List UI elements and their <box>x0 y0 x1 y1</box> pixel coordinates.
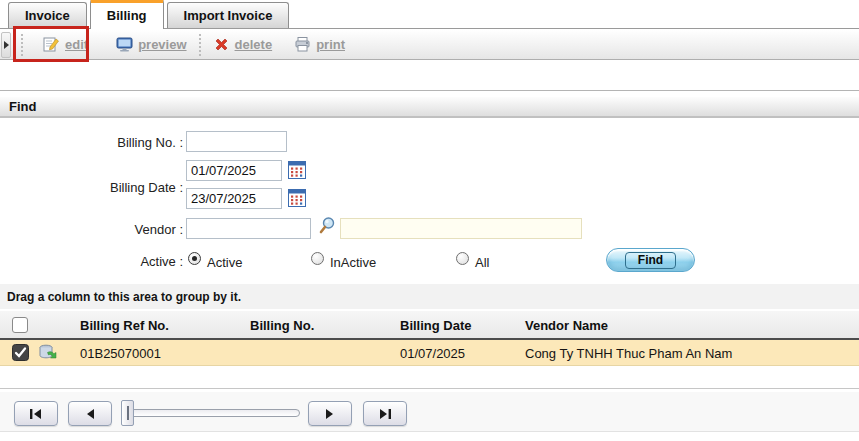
row-select-sync-icon <box>38 343 57 362</box>
table-row[interactable]: 01B25070001 01/07/2025 Cong Ty TNHH Thuc… <box>0 340 859 366</box>
last-page-icon <box>378 409 392 419</box>
edit-icon <box>43 36 60 53</box>
grid-header-row: Billing Ref No. Billing No. Billing Date… <box>0 311 859 340</box>
pager-prev-button[interactable] <box>68 401 112 426</box>
edit-button-label: edit <box>65 37 88 52</box>
edit-button[interactable]: edit <box>37 34 94 55</box>
next-page-icon <box>325 409 335 419</box>
toolbar-separator <box>199 34 201 56</box>
print-button-label: print <box>316 37 345 52</box>
print-icon <box>294 36 311 53</box>
calendar-icon <box>288 161 306 179</box>
find-button-label: Find <box>625 252 676 269</box>
toolbar-separator <box>21 34 23 56</box>
magnifier-icon <box>318 216 337 235</box>
print-button[interactable]: print <box>288 34 351 55</box>
vendor-name-input[interactable] <box>340 218 582 239</box>
delete-button-label: delete <box>235 37 273 52</box>
delete-icon <box>213 36 230 53</box>
radio-all-label: All <box>475 255 489 270</box>
preview-icon <box>116 36 133 53</box>
column-header-billing-ref-no[interactable]: Billing Ref No. <box>80 318 169 333</box>
grid-bottom-border <box>0 388 859 389</box>
select-all-checkbox[interactable] <box>12 317 28 333</box>
prev-page-icon <box>85 409 95 419</box>
billing-page: Invoice Billing Import Invoice edit prev… <box>0 0 859 441</box>
pager <box>0 392 859 432</box>
calendar-icon <box>288 189 306 207</box>
billing-ref-no-cell: 01B25070001 <box>80 346 161 361</box>
billing-date-label: Billing Date : <box>0 180 183 195</box>
group-by-bar[interactable]: Drag a column to this area to group by i… <box>0 284 859 309</box>
find-panel-header: Find <box>0 97 859 118</box>
preview-button-label: preview <box>138 37 186 52</box>
vendor-name-cell: Cong Ty TNHH Thuc Pham An Nam <box>525 346 732 361</box>
checkbox-checked-icon <box>12 344 29 361</box>
find-button[interactable]: Find <box>606 248 695 272</box>
pager-slider-track[interactable] <box>130 409 300 417</box>
pager-next-button[interactable] <box>308 401 352 426</box>
billing-date-to-input[interactable] <box>186 188 282 209</box>
pager-last-button[interactable] <box>363 401 407 426</box>
radio-active[interactable] <box>188 252 201 265</box>
delete-button[interactable]: delete <box>207 34 279 55</box>
column-header-billing-no[interactable]: Billing No. <box>250 318 314 333</box>
toolbar: edit preview delete prin <box>0 30 859 60</box>
billing-date-from-input[interactable] <box>186 160 282 181</box>
toolbar-grip[interactable] <box>1 32 11 58</box>
billing-no-label: Billing No. : <box>0 135 183 150</box>
vendor-code-input[interactable] <box>186 218 311 239</box>
tab-import-invoice[interactable]: Import Invoice <box>167 2 290 28</box>
column-header-vendor-name[interactable]: Vendor Name <box>525 318 608 333</box>
radio-inactive[interactable] <box>311 252 324 265</box>
billing-no-input[interactable] <box>186 131 287 152</box>
active-label: Active : <box>0 254 183 269</box>
group-by-hint: Drag a column to this area to group by i… <box>7 290 241 304</box>
column-header-billing-date[interactable]: Billing Date <box>400 318 472 333</box>
tab-billing[interactable]: Billing <box>90 0 164 29</box>
row-checkbox[interactable] <box>12 344 29 361</box>
find-panel-title: Find <box>9 99 36 114</box>
tab-strip: Invoice Billing Import Invoice <box>0 0 859 29</box>
find-section-border <box>0 90 859 91</box>
preview-button[interactable]: preview <box>110 34 192 55</box>
radio-all[interactable] <box>456 252 469 265</box>
vendor-search-button[interactable] <box>318 216 337 235</box>
tab-billing-label: Billing <box>107 8 147 23</box>
first-page-icon <box>29 409 43 419</box>
calendar-from-button[interactable] <box>288 161 306 179</box>
billing-date-cell: 01/07/2025 <box>400 346 465 361</box>
pager-slider-handle[interactable] <box>121 400 134 426</box>
tab-invoice[interactable]: Invoice <box>8 2 87 28</box>
grip-arrow-icon <box>3 41 9 49</box>
tab-invoice-label: Invoice <box>25 8 70 23</box>
vendor-label: Vendor : <box>0 222 183 237</box>
radio-inactive-label: InActive <box>330 255 376 270</box>
row-select-button[interactable] <box>38 343 57 362</box>
pager-first-button[interactable] <box>14 401 58 426</box>
tab-import-invoice-label: Import Invoice <box>184 8 273 23</box>
calendar-to-button[interactable] <box>288 189 306 207</box>
radio-active-label: Active <box>207 255 242 270</box>
